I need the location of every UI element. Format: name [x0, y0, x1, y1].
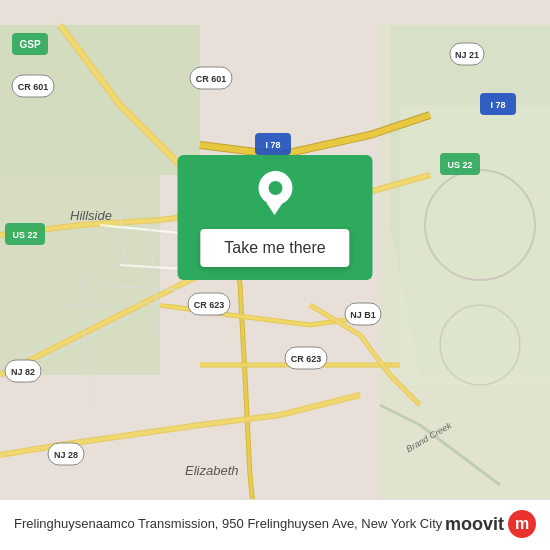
svg-text:GSP: GSP	[19, 39, 40, 50]
business-info: Frelinghuysenaamco Transmission, 950 Fre…	[14, 515, 445, 533]
svg-text:CR 623: CR 623	[194, 300, 225, 310]
info-bar: Frelinghuysenaamco Transmission, 950 Fre…	[0, 499, 550, 550]
svg-text:NJ B1: NJ B1	[350, 310, 376, 320]
svg-text:Hillside: Hillside	[70, 208, 112, 223]
svg-text:I 78: I 78	[490, 100, 505, 110]
svg-text:Elizabeth: Elizabeth	[185, 463, 238, 478]
svg-text:US 22: US 22	[447, 160, 472, 170]
svg-text:NJ 82: NJ 82	[11, 367, 35, 377]
svg-text:NJ 21: NJ 21	[455, 50, 479, 60]
moovit-dot-letter: m	[515, 515, 529, 533]
svg-text:NJ 28: NJ 28	[54, 450, 78, 460]
svg-text:US 22: US 22	[12, 230, 37, 240]
map-container: GSP CR 601 NJ 21 US 22 I 78 I 78 US 22 C…	[0, 0, 550, 550]
moovit-logo: moovit m	[445, 510, 536, 538]
moovit-logo-dot: m	[508, 510, 536, 538]
svg-text:CR 601: CR 601	[18, 82, 49, 92]
moovit-logo-text: moovit	[445, 514, 504, 535]
svg-rect-5	[400, 105, 550, 385]
svg-text:CR 601: CR 601	[196, 74, 227, 84]
svg-text:CR 623: CR 623	[291, 354, 322, 364]
location-pin-icon	[257, 171, 293, 215]
svg-text:I 78: I 78	[265, 140, 280, 150]
take-me-there-button[interactable]: Take me there	[200, 229, 349, 267]
